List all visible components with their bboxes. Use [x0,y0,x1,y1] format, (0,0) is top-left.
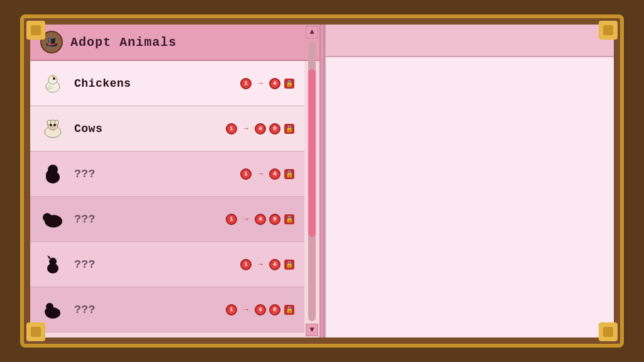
animal-item-cows[interactable]: Cows 1 → 4 0 🔒 [30,106,304,151]
scroll-track [308,61,316,321]
animal-name-unknown1: ??? [74,168,240,180]
scroll-thumb[interactable] [308,69,316,238]
cost-group-cows: 1 → 4 0 🔒 [225,123,296,135]
cost-group-unknown2: 1 → 4 0 🔒 [225,213,296,226]
cost-lock: 🔒 [283,77,296,90]
cost-arrow: → [254,168,267,180]
animal-icon-chickens [39,70,67,97]
animal-icon-unknown1 [39,160,67,188]
cost-arrow: → [240,304,252,316]
animal-name-chickens: Chickens [74,77,240,90]
animal-item-chickens[interactable]: Chickens 1 → 4 🔒 [30,61,304,106]
cost-coin2: 4 [269,258,281,271]
cost-lock: 🔒 [283,258,296,271]
corner-decoration-tr [599,21,618,40]
svg-point-23 [45,309,50,315]
animal-name-unknown2: ??? [74,213,225,226]
corner-decoration-tl [26,21,45,40]
cost-lock: 🔒 [283,304,296,316]
corner-decoration-bl [26,322,45,341]
cost-arrow: → [240,213,252,226]
book-spine [319,25,325,337]
svg-rect-17 [44,216,48,219]
cost-coin1: 1 [225,123,238,135]
animal-item-unknown2[interactable]: ??? 1 → 4 0 🔒 [30,197,304,242]
cost-coin3: 0 [269,213,281,226]
cost-group-unknown4: 1 → 4 0 🔒 [225,304,296,316]
cost-lock: 🔒 [283,213,296,226]
svg-point-3 [53,77,55,80]
cost-group-unknown1: 1 → 4 🔒 [240,168,296,180]
cost-coin1: 1 [225,304,238,316]
animal-item-unknown3[interactable]: ??? 1 → 4 🔒 [30,242,304,287]
svg-marker-20 [47,255,51,259]
animal-icon-unknown3 [39,251,67,278]
animal-item-unknown4[interactable]: ??? 1 → 4 0 🔒 [30,287,304,332]
cost-group-chickens: 1 → 4 🔒 [240,77,296,90]
animal-item-unknown1[interactable]: ??? 1 → 4 🔒 [30,151,304,197]
cost-coin1: 1 [240,168,252,180]
cost-lock: 🔒 [283,123,296,135]
right-page [325,25,614,337]
cost-coin1: 1 [240,77,252,90]
svg-point-11 [50,124,52,126]
cost-coin1: 1 [225,213,238,226]
scrollbar: ▲ ▼ [307,61,317,337]
corner-decoration-br [599,322,618,341]
scroll-down-button[interactable]: ▼ [306,324,318,336]
cost-arrow: → [240,123,252,135]
right-page-content [326,57,614,337]
cost-coin2: 4 [254,123,267,135]
animal-icon-unknown2 [39,206,67,233]
cost-coin1: 1 [240,258,252,271]
svg-point-19 [49,258,57,265]
animal-name-cows: Cows [74,123,225,135]
cost-coin2: 4 [254,213,267,226]
cost-coin3: 0 [269,304,281,316]
animal-icon-unknown4 [39,296,67,324]
svg-point-10 [53,124,56,126]
cost-arrow: → [254,77,267,90]
cost-lock: 🔒 [283,168,296,180]
book: 🎩 Adopt Animals Chickens 1 → [20,14,624,348]
cost-coin2: 4 [254,304,267,316]
page-header: 🎩 Adopt Animals [30,25,319,61]
cost-coin2: 4 [269,168,281,180]
cost-arrow: → [254,258,267,271]
animal-icon-cows [39,115,67,143]
right-page-header [326,25,614,57]
cost-coin3: 0 [269,123,281,135]
left-page: 🎩 Adopt Animals Chickens 1 → [30,25,319,337]
cost-group-unknown3: 1 → 4 🔒 [240,258,296,271]
page-title: Adopt Animals [70,35,177,50]
animal-list: Chickens 1 → 4 🔒 [30,61,319,337]
animal-name-unknown3: ??? [74,258,240,271]
svg-point-14 [46,171,51,178]
animal-name-unknown4: ??? [74,304,225,316]
cost-coin2: 4 [269,77,281,90]
